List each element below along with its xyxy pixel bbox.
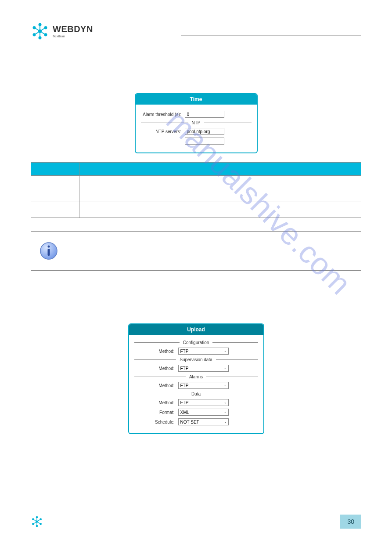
table-row [31, 176, 361, 202]
table-cell [31, 176, 79, 202]
upload-panel: Upload Configuration Method: ⌄ Supervisi… [128, 323, 264, 434]
config-method-label: Method: [134, 349, 178, 354]
alarm-threshold-label: Alarm threshold (s): [141, 112, 185, 117]
time-panel: Time Alarm threshold (s): NTP NTP server… [135, 93, 258, 153]
page-footer: 30 [0, 515, 392, 529]
logo-brand: WEBDYN [53, 24, 93, 34]
snowflake-icon [31, 515, 43, 528]
ntp-server-input-1[interactable] [185, 128, 224, 135]
svg-point-14 [48, 246, 50, 248]
data-format-label: Format: [134, 410, 178, 415]
data-format-select[interactable] [178, 409, 229, 416]
info-icon [39, 241, 58, 261]
alarms-section-label: Alarms [186, 374, 206, 379]
page-header: WEBDYN flexitron [31, 22, 361, 40]
ntp-section-label: NTP [188, 120, 204, 125]
alarms-method-label: Method: [134, 383, 178, 388]
parameter-table [31, 162, 361, 218]
config-section-label: Configuration [180, 340, 212, 345]
alarm-threshold-input[interactable] [185, 111, 224, 118]
table-cell [79, 176, 361, 202]
table-cell [79, 202, 361, 218]
ntp-server-input-2[interactable] [185, 138, 224, 145]
page-number: 30 [340, 515, 361, 529]
ntp-servers-label: NTP servers: [141, 129, 185, 134]
table-header-2 [79, 163, 361, 176]
config-method-select[interactable] [178, 348, 229, 355]
svg-point-1 [39, 23, 42, 26]
upload-panel-title: Upload [129, 324, 263, 335]
data-method-select[interactable] [178, 399, 229, 406]
alarms-method-select[interactable] [178, 382, 229, 389]
data-schedule-label: Schedule: [134, 420, 178, 424]
info-callout [31, 231, 361, 271]
svg-point-17 [36, 516, 38, 519]
table-row [31, 202, 361, 218]
logo: WEBDYN flexitron [31, 22, 93, 40]
logo-subtitle: flexitron [53, 34, 93, 38]
table-header-1 [31, 163, 79, 176]
data-section-label: Data [188, 392, 204, 396]
svg-point-18 [36, 525, 38, 527]
svg-rect-15 [48, 249, 50, 256]
svg-point-2 [39, 36, 42, 40]
snowflake-icon [31, 22, 49, 40]
table-cell [31, 202, 79, 218]
data-method-label: Method: [134, 400, 178, 405]
data-schedule-select[interactable] [178, 418, 229, 425]
supervision-method-select[interactable] [178, 365, 229, 372]
supervision-method-label: Method: [134, 366, 178, 371]
supervision-section-label: Supervision data [176, 357, 216, 362]
header-rule [181, 36, 361, 36]
time-panel-title: Time [136, 94, 257, 105]
